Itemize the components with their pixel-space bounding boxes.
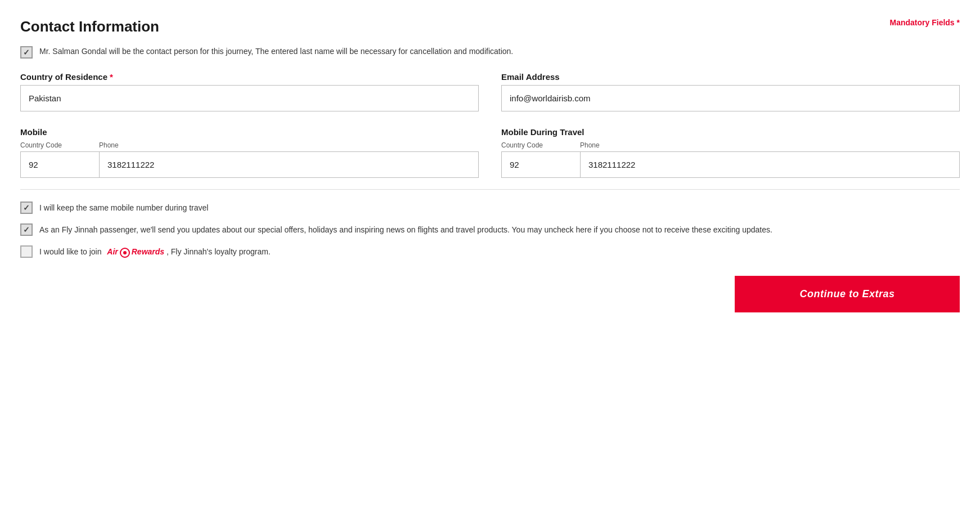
contact-notice-row: Mr. Salman Gondal will be the contact pe… (20, 46, 960, 59)
country-label: Country of Residence* (20, 72, 479, 82)
divider (20, 189, 960, 190)
rewards-text: I would like to join AirRewards , Fly Ji… (39, 246, 271, 258)
country-input[interactable] (20, 85, 479, 111)
same-mobile-row: I will keep the same mobile number durin… (20, 201, 960, 214)
air-rewards-logo: AirRewards (104, 246, 164, 258)
mobile-phone-sublabel: Phone (99, 141, 479, 149)
page-title: Contact Information (20, 18, 159, 35)
email-label: Email Address (501, 72, 960, 82)
mobile-code-input[interactable] (20, 151, 99, 178)
same-mobile-text: I will keep the same mobile number durin… (39, 202, 208, 214)
email-input[interactable] (501, 85, 960, 111)
rewards-circle-icon (120, 248, 130, 258)
email-group: Email Address (501, 72, 960, 111)
continue-section: Continue to Extras (20, 276, 960, 312)
marketing-row: As an Fly Jinnah passenger, we'll send y… (20, 223, 960, 236)
mobile-label: Mobile (20, 127, 479, 137)
mobile-code-sublabel: Country Code (20, 141, 99, 149)
mobile-code-group: Country Code (20, 141, 99, 178)
mandatory-fields-label: Mandatory Fields * (890, 18, 960, 27)
continue-button[interactable]: Continue to Extras (735, 276, 960, 312)
mobile-travel-code-group: Country Code (501, 141, 580, 178)
rewards-text-logo: Rewards (132, 246, 164, 258)
air-text: Air (107, 246, 118, 258)
mobile-travel-label: Mobile During Travel (501, 127, 960, 137)
mobile-section: Mobile Country Code Phone (20, 127, 479, 178)
marketing-text: As an Fly Jinnah passenger, we'll send y… (39, 224, 772, 236)
mobile-phone-group: Phone (99, 141, 479, 178)
contact-notice-text: Mr. Salman Gondal will be the contact pe… (39, 47, 513, 56)
mobile-travel-code-input[interactable] (501, 151, 580, 178)
page-header: Contact Information Mandatory Fields * (20, 18, 960, 35)
marketing-checkbox[interactable] (20, 223, 33, 236)
mobile-travel-phone-group: Phone (580, 141, 960, 178)
mobile-travel-section: Mobile During Travel Country Code Phone (501, 127, 960, 178)
same-mobile-checkbox[interactable] (20, 202, 33, 214)
mobile-row: Mobile Country Code Phone Mobile During … (20, 127, 960, 178)
country-email-grid: Country of Residence* Email Address (20, 72, 960, 111)
mobile-travel-phone-input[interactable] (580, 151, 960, 178)
mobile-travel-code-sublabel: Country Code (501, 141, 580, 149)
rewards-row: I would like to join AirRewards , Fly Ji… (20, 245, 960, 258)
mobile-travel-phone-sublabel: Phone (580, 141, 960, 149)
contact-notice-checkbox[interactable] (20, 46, 33, 59)
mobile-phone-input[interactable] (99, 151, 479, 178)
rewards-checkbox[interactable] (20, 245, 33, 258)
country-group: Country of Residence* (20, 72, 479, 111)
